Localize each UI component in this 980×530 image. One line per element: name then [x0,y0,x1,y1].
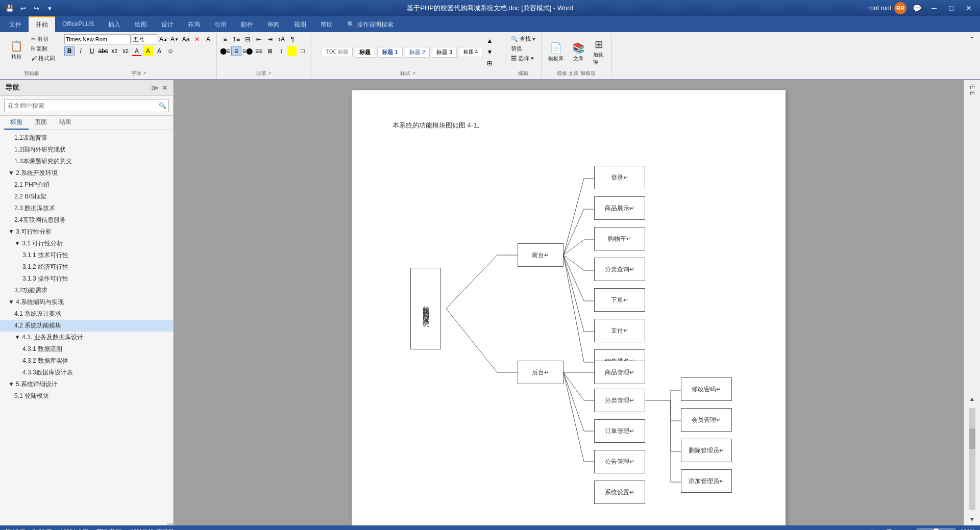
sort-button[interactable]: ↕A [276,34,286,44]
find-button[interactable]: 🔍 查找 ▾ [508,34,538,43]
font-size-select[interactable] [132,34,157,44]
tab-review[interactable]: 审阅 [260,16,287,32]
zoom-slider[interactable] [916,528,957,530]
shading-button[interactable] [287,46,297,56]
superscript-button[interactable]: x2 [120,46,131,56]
nav-scrollbar[interactable] [0,523,173,525]
style-h2[interactable]: 标题 2 [405,47,430,58]
multilevel-list-button[interactable]: ⊟ [242,34,253,44]
underline-button[interactable]: U [87,46,97,56]
change-case-button[interactable]: Aa [181,34,191,44]
copy-button[interactable]: ⎘ 复制 [29,44,58,53]
tree-item-3-1-3[interactable]: 3.1.3 操作可行性 [0,273,173,285]
quick-access-expand[interactable]: ▾ [44,3,55,14]
tree-item-3[interactable]: ▼ 3.可行性分析 [0,226,173,238]
nav-tab-results[interactable]: 结果 [53,116,78,130]
layout-outline-button[interactable]: ≡ [899,525,912,530]
style-scroll-up[interactable]: ▲ [484,36,495,46]
clear-format-button[interactable]: ✕ [192,34,202,44]
tab-refs[interactable]: 引用 [207,16,234,32]
nav-expand-button[interactable]: ≫ [151,84,159,92]
bold-button[interactable]: B [64,46,75,56]
close-button[interactable]: ✕ [962,3,976,14]
style-scroll-down[interactable]: ▼ [484,47,495,57]
align-left-button[interactable]: ⬤≡ [220,46,230,56]
template-lib-button[interactable]: 📄 模板库 [545,36,567,68]
undo-button[interactable]: ↩ [17,3,29,14]
maximize-button[interactable]: □ [944,3,959,14]
highlight-button[interactable]: A [143,46,153,56]
font-name-select[interactable] [64,34,131,44]
collapse-ribbon-button[interactable]: ⌃ [966,33,978,78]
style-h1[interactable]: 标题 1 [377,47,402,58]
tree-item-3-2[interactable]: 3.2功能需求 [0,285,173,296]
scroll-down-button[interactable]: ▼ [966,513,978,525]
tab-draw[interactable]: 绘图 [128,16,154,32]
layout-print-button[interactable]: □ [850,525,863,530]
tree-item-5[interactable]: ▼ 5.系统详细设计 [0,378,173,390]
select-button[interactable]: ☰ 选择 ▾ [508,54,536,63]
style-heading[interactable]: 标题 [355,47,375,58]
tree-item-4-3-2[interactable]: 4.3.2 数据库实体 [0,355,173,367]
char-shading-button[interactable]: A [154,46,164,56]
tab-help[interactable]: 帮助 [313,16,340,32]
tree-item-4-3[interactable]: ▼ 4.3. 业务及数据库设计 [0,332,173,343]
tree-item-4-3-1[interactable]: 4.3.1 数据流图 [0,343,173,355]
tree-item-2[interactable]: ▼ 2.系统开发环境 [0,167,173,179]
align-right-button[interactable]: ≡⬤ [242,46,253,56]
minimize-button[interactable]: ─ [927,3,941,14]
font-color-button[interactable]: A [132,46,142,56]
border-button[interactable]: □ [298,46,308,56]
tree-item-4-1[interactable]: 4.1 系统设计要求 [0,308,173,320]
tab-design[interactable]: 设计 [154,16,181,32]
italic-button[interactable]: I [76,46,86,56]
save-button[interactable]: 💾 [4,3,15,14]
tree-item-1-3[interactable]: 1.3本课题研究的意义 [0,156,173,167]
format-painter-button[interactable]: 🖌 格式刷 [29,54,58,63]
tab-mail[interactable]: 邮件 [234,16,260,32]
tree-item-2-1[interactable]: 2.1 PHP介绍 [0,179,173,191]
tree-item-4-3-3[interactable]: 4.3.3数据库设计表 [0,367,173,378]
tree-item-4-2[interactable]: 4.2 系统功能模块 [0,320,173,332]
strikethrough-button[interactable]: abc [98,46,108,56]
text-effects-button[interactable]: A [203,34,213,44]
tab-layout[interactable]: 布局 [181,16,207,32]
paste-button[interactable]: 📋 粘贴 [5,34,28,66]
cut-button[interactable]: ✂ 剪切 [29,34,58,43]
increase-indent-button[interactable]: ⇥ [265,34,275,44]
tree-item-4[interactable]: ▼ 4.系统编码与实现 [0,296,173,308]
layout-web-button[interactable]: ⊞ [867,525,879,530]
nav-tab-headings[interactable]: 标题 [4,116,29,130]
scroll-up-button[interactable]: ▲ [966,393,978,405]
style-expand[interactable]: ⊞ [484,58,495,68]
emoji-button[interactable]: ☺ [165,46,176,56]
tree-item-1-2[interactable]: 1.2国内外研究现状 [0,144,173,156]
style-h4[interactable]: 标题 4 [459,47,482,57]
search-input[interactable] [5,100,156,111]
tree-item-2-2[interactable]: 2.2 B/S框架 [0,191,173,203]
tab-search[interactable]: 🔍 操作说明搜索 [340,16,400,32]
column-button[interactable]: ⊞ [265,46,275,56]
tab-home[interactable]: 开始 [29,16,55,32]
library-button[interactable]: 📚 文库 [569,36,587,68]
justify-button[interactable]: ≡≡ [254,46,264,56]
decrease-indent-button[interactable]: ⇤ [254,34,264,44]
subscript-button[interactable]: x2 [109,46,119,56]
nav-close-button[interactable]: ✕ [162,84,168,92]
layout-read-button[interactable]: 📖 [883,525,895,530]
numbering-button[interactable]: 1≡ [231,34,241,44]
align-center-button[interactable]: ≡ [231,46,241,56]
tab-view[interactable]: 视图 [287,16,313,32]
nav-tab-pages[interactable]: 页面 [29,116,53,130]
comments-button[interactable]: 💬 [910,3,924,14]
tree-item-3-1-1[interactable]: 3.1.1 技术可行性 [0,249,173,261]
tab-officeplus[interactable]: OfficePLUS [55,16,101,32]
bullets-button[interactable]: ≡ [220,34,230,44]
tree-item-1-1[interactable]: 1.1课题背景 [0,132,173,144]
tab-file[interactable]: 文件 [2,16,29,32]
replace-button[interactable]: 替换 [508,44,525,53]
redo-button[interactable]: ↪ [31,3,42,14]
style-h3[interactable]: 标题 3 [432,47,457,58]
font-grow-button[interactable]: A▲ [158,34,168,44]
line-spacing-button[interactable]: ↕ [276,46,286,56]
